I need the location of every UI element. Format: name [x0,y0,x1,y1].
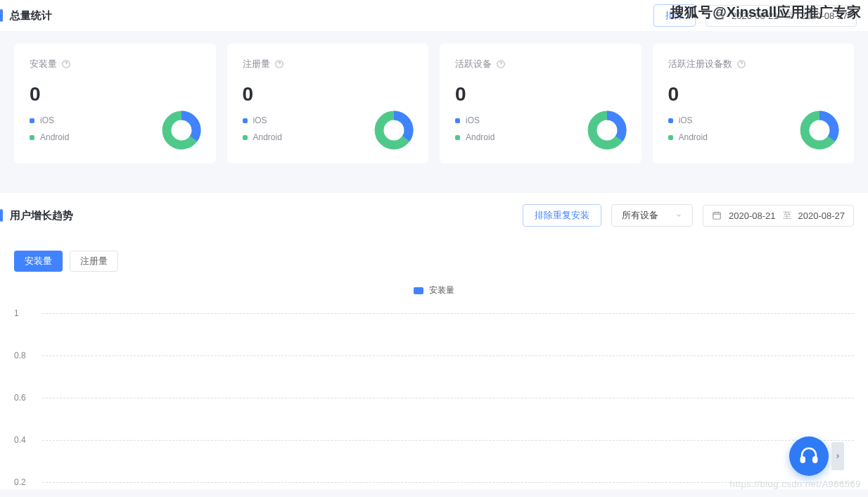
chevron-right-icon [834,452,841,460]
accent-bar [0,9,3,22]
card-title: 活跃注册设备数 [668,58,732,70]
svg-rect-10 [801,457,805,463]
tab-register[interactable]: 注册量 [70,251,118,272]
section-gap [0,180,868,193]
stat-card-active-device: 活跃设备 0 iOS Android [440,44,642,163]
date-range-trend[interactable]: 2020-08-21 至 2020-08-27 [703,205,854,227]
stat-card-install: 安装量 0 iOS Android [14,44,216,163]
accent-bar [0,209,3,222]
card-value: 0 [30,83,200,106]
help-icon[interactable] [61,59,71,69]
ytick: 0.4 [14,435,26,445]
calendar-icon [712,210,722,220]
dot-android [668,135,673,140]
date-start: 2020-08-21 [729,210,776,221]
help-icon[interactable] [496,59,506,69]
dot-android [30,135,34,140]
date-end: 2020-08-27 [798,210,845,221]
headset-icon [798,446,819,467]
chart-plot: 1 0.8 0.6 0.4 0.2 [35,313,854,482]
dot-android [455,135,460,140]
card-value: 0 [668,83,839,106]
dot-android [243,135,248,140]
stat-card-active-registered: 活跃注册设备数 0 iOS Android [653,44,855,163]
donut-chart-icon [799,110,840,151]
svg-rect-11 [813,457,817,463]
watermark-bottom: https://blog.csdn.net/A966569 [729,479,861,489]
donut-chart-icon [587,110,627,151]
support-chat-button[interactable] [789,436,829,476]
dot-ios [30,118,34,123]
stat-cards-row: 安装量 0 iOS Android 注册量 0 iOS Android 活跃设备… [0,31,868,180]
card-value: 0 [243,83,414,106]
card-value: 0 [455,83,626,106]
svg-rect-9 [713,213,721,219]
card-title: 安装量 [30,58,57,70]
chart-tabs: 安装量 注册量 [0,238,868,272]
chart-legend-label: 安装量 [429,284,454,296]
device-select-label: 所有设备 [622,209,658,222]
legend-square-icon [414,287,423,294]
total-stats-title: 总量统计 [10,9,52,23]
ytick: 0.6 [14,393,26,403]
exclude-repeat-button[interactable]: 排除重复安装 [523,204,601,227]
chevron-down-icon [675,212,682,219]
watermark-top: 搜狐号@Xinstall应用推广专家 [670,3,861,22]
side-expand-button[interactable] [831,442,844,470]
chart-area: 安装量 1 0.8 0.6 0.4 0.2 [0,272,868,489]
donut-chart-icon [374,110,414,151]
ytick: 0.8 [14,351,26,360]
card-title: 活跃设备 [455,58,492,70]
date-sep: 至 [783,210,791,222]
help-icon[interactable] [274,59,284,69]
device-select[interactable]: 所有设备 [611,204,693,227]
trend-title: 用户增长趋势 [10,209,73,222]
card-title: 注册量 [243,58,270,70]
trend-header: 用户增长趋势 排除重复安装 所有设备 2020-08-21 至 2020-08-… [0,193,868,238]
stat-card-register: 注册量 0 iOS Android [227,44,429,163]
chart-legend: 安装量 [14,284,854,296]
ytick: 1 [14,308,19,318]
dot-ios [668,118,673,123]
ytick: 0.2 [14,477,26,487]
dot-ios [243,118,248,123]
help-icon[interactable] [736,59,746,69]
donut-chart-icon [161,110,202,151]
dot-ios [455,118,460,123]
tab-install[interactable]: 安装量 [14,251,63,272]
